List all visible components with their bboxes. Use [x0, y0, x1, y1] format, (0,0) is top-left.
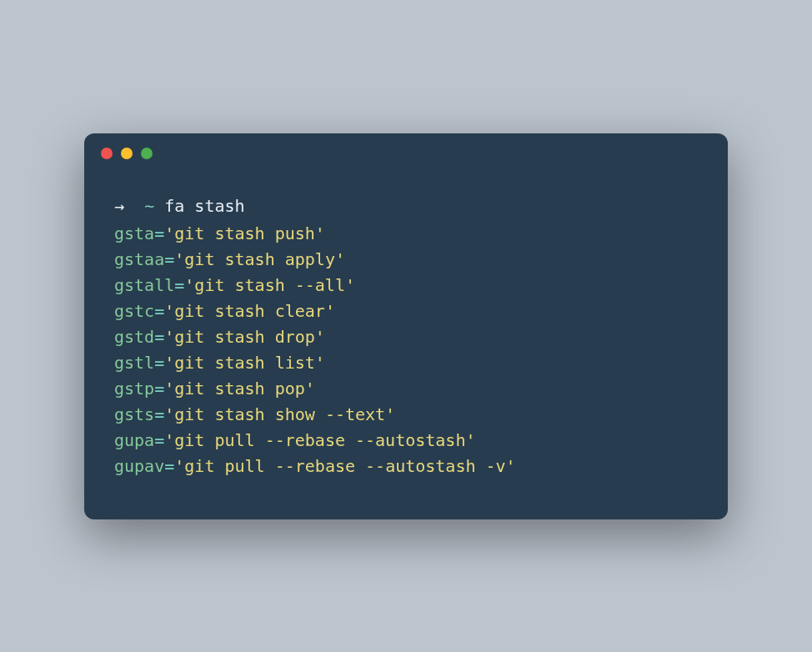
equals-sign: = [154, 327, 164, 347]
alias-value: 'git pull --rebase --autostash -v' [174, 456, 515, 476]
alias-name: gsts [114, 404, 154, 424]
equals-sign: = [154, 223, 164, 243]
equals-sign: = [154, 353, 164, 373]
alias-line: gupav='git pull --rebase --autostash -v' [114, 454, 698, 479]
alias-name: gstc [114, 301, 154, 321]
equals-sign: = [174, 275, 184, 295]
alias-value: 'git stash list' [164, 353, 325, 373]
alias-line: gstc='git stash clear' [114, 298, 698, 324]
equals-sign: = [154, 301, 164, 321]
equals-sign: = [154, 430, 164, 450]
prompt-line: → ~ fa stash [114, 193, 698, 219]
alias-name: gstall [114, 275, 174, 295]
alias-line: gstall='git stash --all' [114, 273, 698, 298]
alias-value: 'git stash show --text' [164, 404, 395, 424]
alias-value: 'git pull --rebase --autostash' [164, 430, 475, 450]
alias-line: gstl='git stash list' [114, 350, 698, 376]
equals-sign: = [154, 404, 164, 424]
minimize-icon[interactable] [121, 148, 133, 159]
equals-sign: = [164, 456, 174, 476]
terminal-content[interactable]: → ~ fa stash gsta='git stash push'gstaa=… [84, 173, 728, 479]
alias-line: gstp='git stash pop' [114, 376, 698, 402]
alias-name: gupav [114, 456, 164, 476]
alias-line: gsts='git stash show --text' [114, 402, 698, 428]
alias-name: gstd [114, 327, 154, 347]
alias-line: gsta='git stash push' [114, 221, 698, 247]
alias-line: gupa='git pull --rebase --autostash' [114, 428, 698, 454]
terminal-window: → ~ fa stash gsta='git stash push'gstaa=… [84, 133, 728, 519]
alias-value: 'git stash clear' [164, 301, 335, 321]
close-icon[interactable] [101, 148, 113, 159]
alias-value: 'git stash --all' [184, 275, 355, 295]
alias-value: 'git stash drop' [164, 327, 325, 347]
prompt-path: ~ [144, 196, 154, 216]
alias-line: gstd='git stash drop' [114, 324, 698, 350]
alias-name: gstp [114, 379, 154, 399]
prompt-command: fa stash [164, 196, 244, 216]
prompt-arrow-icon: → [114, 196, 124, 216]
alias-name: gupa [114, 430, 154, 450]
equals-sign: = [164, 249, 174, 269]
alias-value: 'git stash pop' [164, 379, 315, 399]
alias-value: 'git stash apply' [174, 249, 345, 269]
alias-line: gstaa='git stash apply' [114, 247, 698, 273]
alias-name: gstl [114, 353, 154, 373]
equals-sign: = [154, 379, 164, 399]
maximize-icon[interactable] [141, 148, 153, 159]
titlebar [84, 133, 728, 173]
alias-name: gsta [114, 223, 154, 243]
alias-name: gstaa [114, 249, 164, 269]
alias-value: 'git stash push' [164, 223, 325, 243]
alias-output: gsta='git stash push'gstaa='git stash ap… [114, 221, 698, 479]
